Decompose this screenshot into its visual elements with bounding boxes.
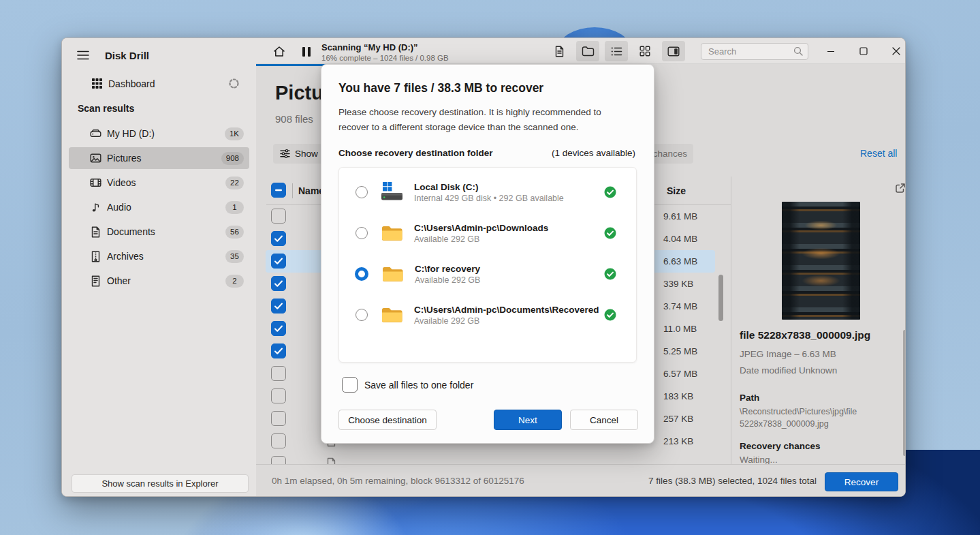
row-checkbox[interactable] <box>271 456 286 464</box>
file-size: 6.63 MB <box>663 256 697 266</box>
count-badge: 56 <box>225 226 244 239</box>
list-scrollbar[interactable] <box>718 275 723 321</box>
count-badge: 1K <box>225 127 244 140</box>
sidebar-item-documents[interactable]: Documents 56 <box>69 221 249 243</box>
filter-sliders-icon <box>280 149 290 159</box>
hamburger-menu-button[interactable] <box>73 46 93 64</box>
available-check-icon <box>604 309 616 321</box>
folder-icon <box>380 223 405 243</box>
pause-scan-button[interactable] <box>297 42 315 61</box>
destination-name: C:\Users\Admin-pc\Downloads <box>414 223 548 233</box>
reset-all-link[interactable]: Reset all <box>860 148 897 159</box>
radio-button[interactable] <box>355 267 368 281</box>
destination-option-c-for-recovery[interactable]: C:\for recovery Available 292 GB <box>339 254 636 294</box>
cancel-button[interactable]: Cancel <box>570 410 638 430</box>
available-check-icon <box>604 227 616 239</box>
sidebar-item-label: Videos <box>107 177 136 188</box>
sidebar-item-my-hd-d[interactable]: My HD (D:) 1K <box>69 123 249 144</box>
sidebar-item-label: Documents <box>107 226 155 237</box>
file-size: 183 KB <box>663 391 693 401</box>
sidebar-item-label: Archives <box>107 251 144 262</box>
file-size: 9.61 MB <box>663 211 697 221</box>
sidebar-item-other[interactable]: Other 2 <box>69 270 249 292</box>
file-size: 213 KB <box>663 436 693 446</box>
file-icon <box>90 275 101 287</box>
row-checkbox[interactable] <box>271 433 286 448</box>
minimize-button[interactable] <box>821 42 841 61</box>
sidebar-item-archives[interactable]: Archives 35 <box>69 245 249 267</box>
preview-panel-icon[interactable] <box>662 41 685 61</box>
drive-icon <box>90 128 101 140</box>
file-size: 5.25 MB <box>663 346 697 356</box>
folder-outline-icon[interactable] <box>576 41 599 61</box>
row-checkbox[interactable] <box>271 254 286 269</box>
maximize-button[interactable] <box>853 42 874 61</box>
open-external-icon[interactable] <box>892 180 906 196</box>
file-size: 257 KB <box>663 414 693 424</box>
recover-button[interactable]: Recover <box>825 472 898 491</box>
recovery-chances-label: Recovery chances <box>740 441 821 451</box>
destination-option-c-users-admin-pc-documents-recovered[interactable]: C:\Users\Admin-pc\Documents\Recovered Av… <box>339 294 636 335</box>
table-row[interactable] <box>266 453 731 464</box>
recovery-chances-value: Waiting... <box>740 455 778 465</box>
file-preview-image[interactable] <box>782 202 860 320</box>
sidebar-item-videos[interactable]: Videos 22 <box>69 172 249 194</box>
row-checkbox[interactable] <box>271 366 286 381</box>
selection-summary: 7 files (38.3 MB) selected, 1024 files t… <box>648 476 817 486</box>
column-separator <box>292 183 293 198</box>
choose-destination-button[interactable]: Choose destination <box>338 410 437 430</box>
recovery-destination-dialog: You have 7 files / 38.3 MB to recover Pl… <box>321 64 654 444</box>
sidebar-item-audio[interactable]: Audio 1 <box>69 196 249 218</box>
dialog-title: You have 7 files / 38.3 MB to recover <box>338 81 543 95</box>
row-checkbox[interactable] <box>271 321 286 336</box>
row-checkbox[interactable] <box>271 276 286 291</box>
radio-button[interactable] <box>355 186 368 198</box>
document-icon[interactable] <box>548 41 571 61</box>
destination-option-local-disk-c[interactable]: Local Disk (C:) Internal 429 GB disk • 2… <box>339 172 636 213</box>
search-input[interactable] <box>701 43 808 60</box>
row-checkbox[interactable] <box>271 411 286 426</box>
close-button[interactable] <box>886 42 906 61</box>
save-one-folder-checkbox[interactable] <box>342 377 358 393</box>
show-in-explorer-button[interactable]: Show scan results in Explorer <box>72 474 249 493</box>
row-checkbox[interactable] <box>271 388 286 403</box>
sidebar-item-dashboard[interactable]: Dashboard <box>73 73 245 94</box>
save-one-folder-label: Save all files to one folder <box>364 380 473 391</box>
preview-date-modified: Date modified Unknown <box>740 365 837 376</box>
radio-button[interactable] <box>355 227 368 239</box>
home-button[interactable] <box>270 42 288 61</box>
image-icon <box>90 153 101 164</box>
list-view-icon[interactable] <box>605 41 628 61</box>
dashboard-grid-icon <box>92 78 102 89</box>
row-checkbox[interactable] <box>271 231 286 246</box>
files-summary: 908 files <box>275 113 313 125</box>
windows-drive-icon <box>380 182 405 202</box>
size-column-header[interactable]: Size <box>667 185 686 196</box>
row-checkbox[interactable] <box>271 209 286 224</box>
preview-panel-scrollbar[interactable] <box>903 330 906 456</box>
count-badge: 908 <box>221 152 244 165</box>
sidebar-items: My HD (D:) 1K Pictures 908 Videos 22 Aud… <box>69 123 249 294</box>
row-checkbox[interactable] <box>271 343 286 358</box>
destination-name: Local Disk (C:) <box>414 182 564 192</box>
panel-divider <box>731 177 731 464</box>
sidebar-item-label: Dashboard <box>108 78 155 89</box>
radio-button[interactable] <box>355 309 368 321</box>
grid-view-icon[interactable] <box>633 41 657 61</box>
destination-option-c-users-admin-pc-downloads[interactable]: C:\Users\Admin-pc\Downloads Available 29… <box>339 213 636 254</box>
devices-available-text: (1 devices available) <box>552 148 635 158</box>
archive-icon <box>90 251 101 262</box>
available-check-icon <box>604 268 616 280</box>
destination-detail: Available 292 GB <box>414 234 548 244</box>
destination-section-label: Choose recovery destination folder <box>338 148 493 158</box>
file-size: 6.57 MB <box>663 369 697 379</box>
count-badge: 35 <box>225 250 244 263</box>
row-checkbox[interactable] <box>271 299 286 314</box>
sidebar-item-label: My HD (D:) <box>107 128 155 139</box>
desktop: Disk Drill Dashboard Scan results My HD … <box>0 0 980 535</box>
sidebar-item-pictures[interactable]: Pictures 908 <box>69 147 249 169</box>
next-button[interactable]: Next <box>494 410 562 430</box>
select-all-checkbox[interactable] <box>271 183 286 198</box>
preview-file-type: JPEG Image – 6.63 MB <box>740 349 836 359</box>
sidebar-item-label: Other <box>107 275 131 286</box>
